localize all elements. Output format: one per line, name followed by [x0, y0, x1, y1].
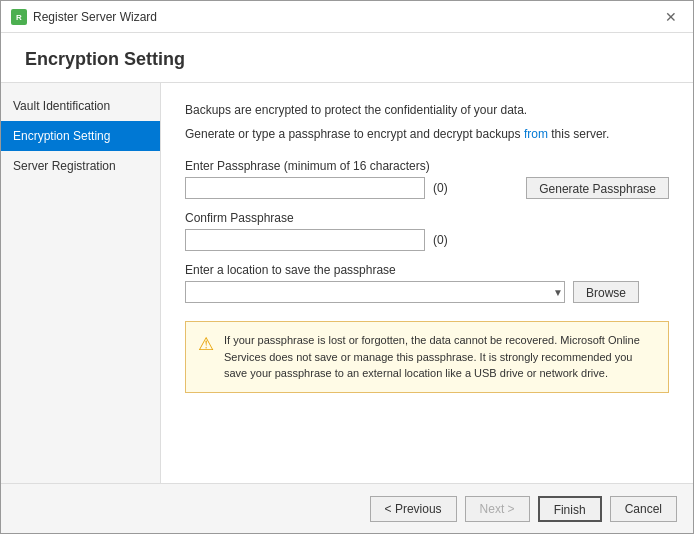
- warning-text: If your passphrase is lost or forgotten,…: [224, 332, 656, 382]
- location-row: ▼ Browse: [185, 281, 669, 303]
- passphrase-input[interactable]: [185, 177, 425, 199]
- info-line2-prefix: Generate or type a passphrase to encrypt…: [185, 127, 524, 141]
- location-section: Enter a location to save the passphrase …: [185, 263, 669, 303]
- footer: < Previous Next > Finish Cancel: [1, 483, 693, 533]
- info-line1: Backups are encrypted to protect the con…: [185, 101, 669, 119]
- passphrase-label: Enter Passphrase (minimum of 16 characte…: [185, 159, 669, 173]
- page-heading: Encryption Setting: [25, 49, 669, 70]
- previous-button[interactable]: < Previous: [370, 496, 457, 522]
- info-line2: Generate or type a passphrase to encrypt…: [185, 125, 669, 143]
- cancel-button[interactable]: Cancel: [610, 496, 677, 522]
- window-title: Register Server Wizard: [33, 10, 157, 24]
- warning-icon: ⚠: [198, 333, 214, 355]
- content-area: Vault Identification Encryption Setting …: [1, 83, 693, 483]
- sidebar-item-encryption-setting[interactable]: Encryption Setting: [1, 121, 160, 151]
- confirm-char-count: (0): [433, 233, 448, 247]
- sidebar-item-vault-identification[interactable]: Vault Identification: [1, 91, 160, 121]
- page-header: Encryption Setting: [1, 33, 693, 83]
- confirm-passphrase-input[interactable]: [185, 229, 425, 251]
- generate-passphrase-button[interactable]: Generate Passphrase: [526, 177, 669, 199]
- info-line2-link: from: [524, 127, 548, 141]
- location-dropdown[interactable]: [185, 281, 565, 303]
- finish-button[interactable]: Finish: [538, 496, 602, 522]
- browse-button[interactable]: Browse: [573, 281, 639, 303]
- confirm-row: (0): [185, 229, 669, 251]
- warning-box: ⚠ If your passphrase is lost or forgotte…: [185, 321, 669, 393]
- title-bar-left: R Register Server Wizard: [11, 9, 157, 25]
- main-content: Backups are encrypted to protect the con…: [161, 83, 693, 483]
- passphrase-section: Enter Passphrase (minimum of 16 characte…: [185, 159, 669, 251]
- location-label: Enter a location to save the passphrase: [185, 263, 669, 277]
- passphrase-char-count: (0): [433, 181, 448, 195]
- register-server-wizard: R Register Server Wizard ✕ Encryption Se…: [0, 0, 694, 534]
- passphrase-row: (0) Generate Passphrase: [185, 177, 669, 199]
- next-button[interactable]: Next >: [465, 496, 530, 522]
- svg-text:R: R: [16, 13, 22, 22]
- sidebar-item-server-registration[interactable]: Server Registration: [1, 151, 160, 181]
- title-bar: R Register Server Wizard ✕: [1, 1, 693, 33]
- info-line2-suffix: this server.: [548, 127, 609, 141]
- confirm-label: Confirm Passphrase: [185, 211, 669, 225]
- close-button[interactable]: ✕: [659, 7, 683, 27]
- sidebar: Vault Identification Encryption Setting …: [1, 83, 161, 483]
- location-dropdown-wrapper: ▼: [185, 281, 565, 303]
- app-icon: R: [11, 9, 27, 25]
